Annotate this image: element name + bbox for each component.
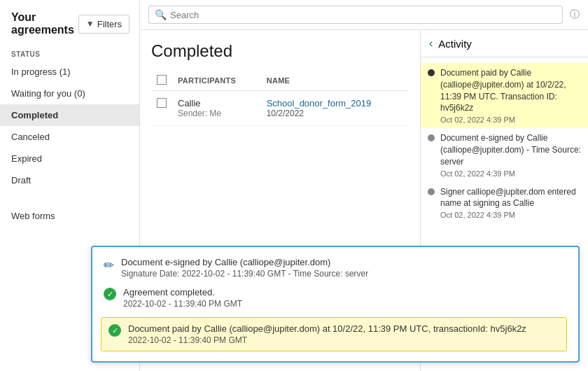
- activity-item-2: Document e-signed by Callie (calliope@ju…: [421, 128, 588, 181]
- search-icon: 🔍: [155, 9, 167, 20]
- popup-item-1: ✏ Document e-signed by Callie (calliope@…: [104, 257, 567, 279]
- sidebar-item-expired[interactable]: Expired: [0, 148, 139, 169]
- popup-text-main-1: Document e-signed by Callie (calliope@ju…: [121, 257, 368, 267]
- pen-icon: ✏: [104, 258, 114, 273]
- row-checkbox[interactable]: [157, 98, 167, 108]
- agreements-table: PARTICIPANTS NAME Callie Sender: Me: [151, 71, 409, 126]
- table-row: Callie Sender: Me School_donor_form_2019…: [151, 91, 409, 126]
- activity-text-3: Signer calliope@jupiter.dom entered name…: [440, 186, 581, 210]
- header-checkbox[interactable]: [157, 75, 167, 85]
- sidebar-item-canceled[interactable]: Canceled: [0, 126, 139, 148]
- popup-item-3: ✓ Document paid by Callie (calliope@jupi…: [101, 317, 567, 351]
- activity-header: ‹ Activity: [421, 30, 588, 57]
- info-icon[interactable]: ⓘ: [570, 8, 580, 21]
- search-wrapper: 🔍: [148, 6, 563, 24]
- page-title: Completed: [151, 41, 409, 61]
- col-checkbox: [151, 71, 172, 91]
- top-bar: 🔍 ⓘ: [140, 0, 588, 30]
- activity-dot-1: [428, 69, 435, 76]
- check-icon-1: ✓: [104, 288, 116, 300]
- activity-date-1: Oct 02, 2022 4:39 PM: [440, 115, 581, 124]
- popup-item-2: ✓ Agreement completed. 2022-10-02 - 11:3…: [104, 287, 567, 309]
- col-participants: PARTICIPANTS: [172, 71, 261, 91]
- row-participants: Callie Sender: Me: [172, 91, 261, 126]
- activity-dot-3: [428, 188, 435, 195]
- popup-text-main-2: Agreement completed.: [123, 287, 242, 298]
- filter-icon: ▼: [86, 19, 94, 29]
- sidebar-item-draft[interactable]: Draft: [0, 169, 139, 191]
- col-name: NAME: [261, 71, 409, 91]
- popup-panel: ✏ Document e-signed by Callie (calliope@…: [91, 246, 580, 363]
- sidebar-item-waiting[interactable]: Waiting for you (0): [0, 83, 139, 104]
- filters-button[interactable]: ▼ Filters: [78, 15, 130, 34]
- activity-item-3: Signer calliope@jupiter.dom entered name…: [421, 182, 588, 224]
- popup-text-sub-1: Signature Date: 2022-10-02 - 11:39:40 GM…: [121, 269, 368, 279]
- sidebar-title: Your agreements: [11, 11, 74, 36]
- activity-date-3: Oct 02, 2022 4:39 PM: [440, 211, 581, 219]
- popup-text-sub-3: 2022-10-02 - 11:39:40 PM GMT: [128, 335, 526, 345]
- activity-title: Activity: [438, 38, 472, 50]
- sidebar-item-in-progress[interactable]: In progress (1): [0, 61, 139, 83]
- activity-date-2: Oct 02, 2022 4:39 PM: [440, 169, 581, 178]
- row-doc-name: School_donor_form_2019 10/2/2022: [261, 91, 409, 126]
- sidebar-item-completed[interactable]: Completed: [0, 104, 139, 126]
- popup-text-sub-2: 2022-10-02 - 11:39:40 PM GMT: [123, 299, 242, 309]
- sidebar-item-web-forms[interactable]: Web forms: [0, 205, 139, 227]
- popup-text-main-3: Document paid by Callie (calliope@jupite…: [128, 323, 526, 334]
- activity-dot-2: [428, 134, 435, 141]
- search-input[interactable]: [170, 10, 556, 20]
- check-icon-2: ✓: [108, 324, 121, 337]
- activity-text-1: Document paid by Callie (calliope@jupite…: [440, 67, 581, 114]
- row-checkbox-cell: [151, 91, 172, 126]
- back-arrow-icon[interactable]: ‹: [429, 37, 433, 50]
- activity-item-1: Document paid by Callie (calliope@jupite…: [421, 63, 588, 128]
- activity-text-2: Document e-signed by Callie (calliope@ju…: [440, 132, 581, 167]
- status-label: STATUS: [0, 45, 139, 61]
